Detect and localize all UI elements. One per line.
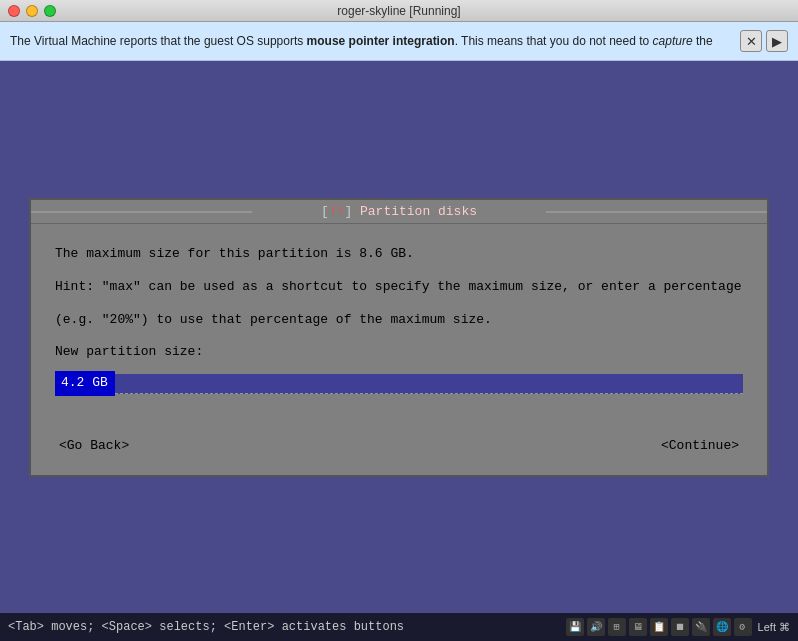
banner-actions[interactable]: ✕ ▶ [740, 30, 788, 52]
status-icon-4[interactable]: 🖥 [629, 618, 647, 636]
partition-size-value[interactable]: 4.2 GB [55, 371, 115, 396]
go-back-button[interactable]: <Go Back> [55, 436, 133, 455]
close-button[interactable] [8, 5, 20, 17]
banner-close-button[interactable]: ✕ [740, 30, 762, 52]
window-title: roger-skyline [Running] [337, 4, 460, 18]
banner-text-bold: mouse pointer integration [307, 34, 455, 48]
info-banner: The Virtual Machine reports that the gue… [0, 22, 798, 61]
dialog-line3: (e.g. "20%") to use that percentage of t… [55, 310, 743, 331]
partition-size-input-row[interactable]: 4.2 GB [55, 371, 743, 396]
dialog-body: The maximum size for this partition is 8… [31, 224, 767, 436]
continue-button[interactable]: <Continue> [657, 436, 743, 455]
partition-dialog: [!!] Partition disks The maximum size fo… [29, 198, 769, 477]
close-icon: ✕ [746, 34, 757, 49]
status-icons[interactable]: 💾 🔊 ⊞ 🖥 📋 ⏹ 🔌 🌐 ⚙ [566, 618, 752, 636]
banner-text-suffix: . This means that you do not need to [455, 34, 653, 48]
status-icon-9[interactable]: ⚙ [734, 618, 752, 636]
status-icon-7[interactable]: 🔌 [692, 618, 710, 636]
input-underline [115, 374, 743, 394]
status-bar: <Tab> moves; <Space> selects; <Enter> ac… [0, 613, 798, 641]
status-icon-6[interactable]: ⏹ [671, 618, 689, 636]
dialog-buttons[interactable]: <Go Back> <Continue> [31, 436, 767, 475]
partition-size-label: New partition size: [55, 342, 743, 363]
maximize-button[interactable] [44, 5, 56, 17]
status-icon-3[interactable]: ⊞ [608, 618, 626, 636]
status-icon-2[interactable]: 🔊 [587, 618, 605, 636]
dialog-title: [!!] Partition disks [311, 204, 487, 219]
dialog-line1: The maximum size for this partition is 8… [55, 244, 743, 265]
status-right-text: Left ⌘ [758, 621, 790, 634]
status-icon-8[interactable]: 🌐 [713, 618, 731, 636]
banner-text: The Virtual Machine reports that the gue… [10, 33, 730, 50]
window-controls[interactable] [8, 5, 56, 17]
status-icon-1[interactable]: 💾 [566, 618, 584, 636]
dialog-line2: Hint: "max" can be used as a shortcut to… [55, 277, 743, 298]
banner-text-prefix: The Virtual Machine reports that the gue… [10, 34, 307, 48]
title-bar: roger-skyline [Running] [0, 0, 798, 22]
bracket-open: [ [321, 204, 329, 219]
dialog-title-bar: [!!] Partition disks [31, 200, 767, 224]
status-text: <Tab> moves; <Space> selects; <Enter> ac… [8, 620, 566, 634]
banner-text-italic: capture [653, 34, 693, 48]
arrow-icon: ▶ [772, 34, 782, 49]
minimize-button[interactable] [26, 5, 38, 17]
exclaim-marks: !! [329, 204, 345, 219]
vm-area: [!!] Partition disks The maximum size fo… [0, 61, 798, 614]
banner-arrow-button[interactable]: ▶ [766, 30, 788, 52]
banner-text-end: the [693, 34, 713, 48]
dialog-title-text-word: Partition disks [352, 204, 477, 219]
status-icon-5[interactable]: 📋 [650, 618, 668, 636]
